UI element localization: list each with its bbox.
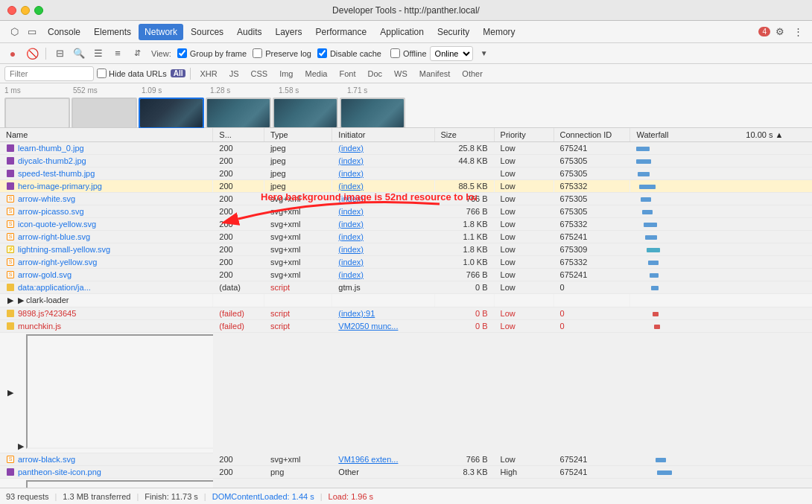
timeline-thumb-2[interactable] bbox=[139, 98, 204, 129]
initiator-link[interactable]: (index) bbox=[338, 144, 364, 153]
view-icon[interactable]: ☰ bbox=[90, 45, 107, 62]
cell-initiator[interactable]: (index) bbox=[332, 243, 434, 256]
col-header-initiator[interactable]: Initiator bbox=[332, 128, 434, 142]
timeline-thumb-3[interactable] bbox=[206, 98, 271, 129]
filter-media[interactable]: Media bbox=[300, 68, 332, 80]
row-name-text[interactable]: learn-thumb_0.jpg bbox=[18, 144, 84, 153]
settings-icon[interactable]: ⚙ bbox=[772, 24, 788, 40]
filter-ws[interactable]: WS bbox=[390, 68, 412, 80]
cell-initiator[interactable]: (index) bbox=[332, 193, 434, 205]
initiator-link[interactable]: VM2050 munc... bbox=[338, 322, 398, 331]
filter-doc[interactable]: Doc bbox=[363, 68, 387, 80]
filter-other[interactable]: Other bbox=[457, 68, 487, 80]
view-icon2[interactable]: ≡ bbox=[110, 45, 126, 62]
import-icon[interactable]: ⇵ bbox=[129, 45, 145, 62]
initiator-link[interactable]: (index) bbox=[338, 169, 364, 178]
minimize-button[interactable] bbox=[21, 6, 30, 15]
cell-initiator[interactable]: (index) bbox=[332, 256, 434, 269]
cell-initiator[interactable]: (index) bbox=[332, 269, 434, 281]
col-header-priority[interactable]: Priority bbox=[494, 128, 554, 142]
cell-initiator[interactable]: (index) bbox=[332, 142, 434, 155]
filter-css[interactable]: CSS bbox=[247, 68, 273, 80]
cell-initiator[interactable]: (index) bbox=[332, 205, 434, 218]
col-header-size[interactable]: Size bbox=[434, 128, 494, 142]
row-name-text[interactable]: data:application/ja... bbox=[18, 283, 91, 292]
row-name-text[interactable]: 9898.js?423645 bbox=[18, 309, 76, 318]
col-header-name[interactable]: Name bbox=[0, 128, 213, 142]
cell-initiator[interactable]: (index) bbox=[332, 180, 434, 193]
network-throttle-select[interactable]: Online bbox=[430, 46, 473, 61]
search-icon[interactable]: 🔍 bbox=[71, 45, 87, 62]
error-badge[interactable]: 4 bbox=[758, 27, 770, 36]
menu-performance[interactable]: Performance bbox=[310, 24, 373, 40]
initiator-link[interactable]: (index) bbox=[338, 270, 364, 279]
cell-initiator[interactable]: (index) bbox=[332, 155, 434, 168]
menu-console[interactable]: Console bbox=[42, 24, 86, 40]
row-name-text[interactable]: icon-quote-yellow.svg bbox=[18, 220, 96, 229]
menu-elements[interactable]: Elements bbox=[88, 24, 137, 40]
row-name-text[interactable]: hero-image-primary.jpg bbox=[18, 182, 102, 191]
filter-font[interactable]: Font bbox=[334, 68, 360, 80]
disable-cache-label[interactable]: Disable cache bbox=[317, 48, 381, 58]
initiator-link[interactable]: (index) bbox=[338, 156, 364, 165]
initiator-link[interactable]: (index) bbox=[338, 182, 364, 191]
group-by-frame-checkbox[interactable] bbox=[177, 48, 187, 58]
menu-network[interactable]: Network bbox=[139, 24, 183, 40]
device-toggle-icon[interactable]: ▭ bbox=[24, 24, 40, 40]
cell-initiator[interactable]: (index):91 bbox=[332, 307, 434, 320]
row-name-text[interactable]: arrow-picasso.svg bbox=[18, 207, 84, 216]
initiator-link[interactable]: (index) bbox=[338, 258, 364, 267]
cell-initiator[interactable]: VM1966 exten... bbox=[332, 453, 434, 466]
row-name-text[interactable]: arrow-right-yellow.svg bbox=[18, 258, 97, 267]
hide-data-urls-checkbox[interactable] bbox=[97, 68, 107, 78]
record-button[interactable]: ● bbox=[4, 45, 21, 62]
hide-data-urls-label[interactable]: Hide data URLs bbox=[97, 68, 167, 78]
disable-cache-checkbox[interactable] bbox=[317, 48, 327, 58]
throttle-dropdown-icon[interactable]: ▼ bbox=[476, 45, 492, 62]
row-name-text[interactable]: arrow-black.svg bbox=[18, 455, 75, 464]
row-name-text[interactable]: arrow-right-blue.svg bbox=[18, 232, 90, 241]
initiator-link[interactable]: (index) bbox=[338, 194, 364, 203]
menu-audits[interactable]: Audits bbox=[231, 24, 267, 40]
row-name-text[interactable]: arrow-white.svg bbox=[18, 194, 75, 203]
menu-memory[interactable]: Memory bbox=[477, 24, 521, 40]
menu-sources[interactable]: Sources bbox=[185, 24, 229, 40]
row-name-text[interactable]: speed-test-thumb.jpg bbox=[18, 169, 95, 178]
initiator-link[interactable]: (index) bbox=[338, 207, 364, 216]
col-header-status[interactable]: S... bbox=[213, 128, 264, 142]
menu-application[interactable]: Application bbox=[374, 24, 430, 40]
cell-initiator[interactable]: VM2050 munc... bbox=[332, 320, 434, 333]
initiator-link[interactable]: (index) bbox=[338, 220, 364, 229]
cell-initiator[interactable]: (index) bbox=[332, 231, 434, 243]
row-name-text[interactable]: arrow-gold.svg bbox=[18, 270, 72, 279]
menu-layers[interactable]: Layers bbox=[269, 24, 308, 40]
dom-content-loaded[interactable]: DOMContentLoaded: 1.44 s bbox=[212, 492, 314, 501]
filter-manifest[interactable]: Manifest bbox=[415, 68, 455, 80]
filter-icon[interactable]: ⊟ bbox=[51, 45, 68, 62]
timeline-thumb-1[interactable] bbox=[72, 98, 137, 129]
offline-label[interactable]: Offline bbox=[390, 48, 427, 58]
filter-img[interactable]: Img bbox=[275, 68, 297, 80]
menu-security[interactable]: Security bbox=[431, 24, 475, 40]
offline-checkbox[interactable] bbox=[390, 48, 400, 58]
timeline-thumb-0[interactable] bbox=[4, 98, 70, 129]
row-name-text[interactable]: munchkin.js bbox=[18, 322, 61, 331]
row-name-text[interactable]: lightning-small-yellow.svg bbox=[18, 245, 110, 254]
cell-initiator[interactable]: (index) bbox=[332, 218, 434, 231]
more-icon[interactable]: ⋮ bbox=[790, 24, 806, 40]
timeline-thumb-5[interactable] bbox=[340, 98, 405, 129]
col-header-type[interactable]: Type bbox=[264, 128, 332, 142]
maximize-button[interactable] bbox=[34, 6, 43, 15]
preserve-log-label[interactable]: Preserve log bbox=[253, 48, 311, 58]
group-by-frame-label[interactable]: Group by frame bbox=[177, 48, 247, 58]
initiator-link[interactable]: (index):91 bbox=[338, 309, 375, 318]
timeline-thumb-4[interactable] bbox=[273, 98, 338, 129]
row-name-text[interactable]: pantheon-site-icon.png bbox=[18, 468, 101, 476]
all-filter-badge[interactable]: All bbox=[171, 69, 186, 77]
cell-initiator[interactable]: (index) bbox=[332, 168, 434, 180]
filter-input[interactable] bbox=[4, 66, 94, 81]
initiator-link[interactable]: VM1966 exten... bbox=[338, 455, 398, 464]
inspect-icon[interactable]: ⬡ bbox=[6, 24, 22, 40]
filter-xhr[interactable]: XHR bbox=[195, 68, 221, 80]
window-controls[interactable] bbox=[7, 6, 43, 15]
